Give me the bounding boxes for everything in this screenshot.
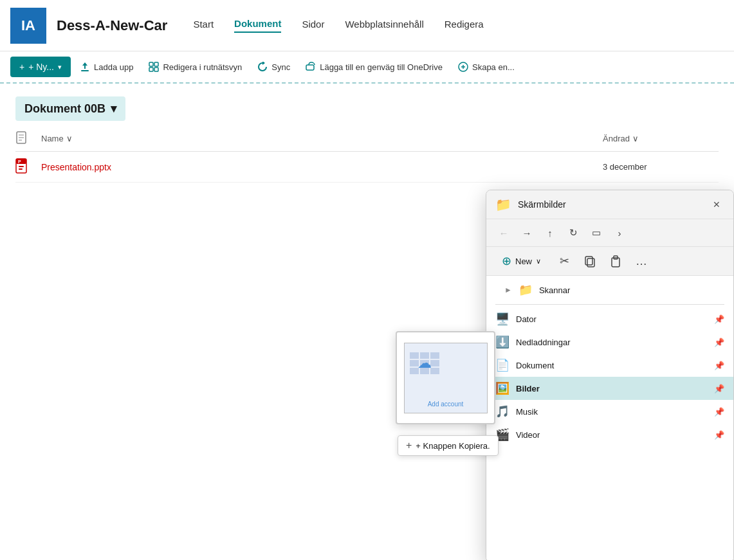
new-button[interactable]: + + Ny... ▾ <box>10 57 71 77</box>
create-button[interactable]: Skapa en... <box>452 58 521 76</box>
preview-inner: ☁ Add account <box>404 343 488 413</box>
new-plus: + <box>19 62 24 72</box>
explorer-folder-icon: 📁 <box>495 197 511 212</box>
download-icon: ⬇️ <box>495 335 509 349</box>
preview-add-account-text: Add account <box>428 401 464 408</box>
explorer-titlebar: 📁 Skärmbilder ✕ <box>486 190 733 219</box>
list-item[interactable]: ⬇️ Nedladdningar 📌 <box>486 330 733 354</box>
list-item[interactable]: 🎬 Videor 📌 <box>486 423 733 446</box>
svg-rect-2 <box>154 62 158 66</box>
table-row[interactable]: P Presentation.pptx 3 december <box>15 152 719 183</box>
create-icon <box>458 62 468 72</box>
pin-icon: 📌 <box>714 430 724 440</box>
top-nav: IA Dess-A-New-Car Start Dokument Sidor W… <box>0 0 734 51</box>
expand-icon: ► <box>504 285 512 294</box>
file-list: Name ∨ Ändrad ∨ P Presentation.pptx 3 de… <box>0 126 734 183</box>
copy-tooltip: + + Knappen Kopiera. <box>398 435 499 456</box>
cloud-icon: ☁ <box>417 355 432 372</box>
pin-icon: 📌 <box>714 407 724 417</box>
nav-more-button[interactable]: › <box>610 223 629 242</box>
nav-display-button[interactable]: ▭ <box>587 223 606 242</box>
name-sort-icon: ∨ <box>66 134 73 143</box>
explorer-more-button[interactable]: … <box>631 251 652 271</box>
date-column-header[interactable]: Ändrad ∨ <box>603 134 719 143</box>
edit-grid-button[interactable]: Redigera i rutnätsvyn <box>142 58 248 76</box>
nav-redigera[interactable]: Redigera <box>445 19 484 32</box>
images-icon: 🖼️ <box>495 381 509 395</box>
pin-icon: 📌 <box>714 314 724 324</box>
explorer-paste-button[interactable] <box>605 251 626 271</box>
list-item[interactable]: ► 📁 Skannar <box>486 278 733 302</box>
new-chevron-icon: ▾ <box>58 63 62 71</box>
document-icon: 📄 <box>495 358 509 372</box>
pptx-icon: P <box>15 158 30 174</box>
site-title: Dess-A-New-Car <box>57 17 167 34</box>
computer-icon: 🖥️ <box>495 312 509 326</box>
explorer-close-button[interactable]: ✕ <box>709 197 724 212</box>
logo: IA <box>10 8 46 44</box>
divider <box>495 304 724 305</box>
folder-icon: 📁 <box>518 283 533 297</box>
svg-rect-4 <box>154 68 158 71</box>
nav-start[interactable]: Start <box>193 19 214 32</box>
pin-icon: 📌 <box>714 338 724 347</box>
explorer-new-plus-icon: ⊕ <box>502 254 511 268</box>
name-column-header[interactable]: Name ∨ <box>41 134 603 143</box>
sync-button[interactable]: Sync <box>251 58 297 76</box>
explorer-nav: ← → ↑ ↻ ▭ › <box>486 219 733 247</box>
svg-rect-14 <box>585 257 592 265</box>
svg-rect-1 <box>149 62 153 66</box>
explorer-new-button[interactable]: ⊕ New ∨ <box>494 251 549 271</box>
date-sort-icon: ∨ <box>632 134 639 143</box>
pin-icon: 📌 <box>714 361 724 370</box>
copy-tooltip-plus: + <box>406 440 412 451</box>
breadcrumb-chevron-icon: ▾ <box>111 102 116 116</box>
svg-text:P: P <box>18 159 21 164</box>
grid-icon <box>149 62 159 72</box>
list-item[interactable]: 🖥️ Dator 📌 <box>486 307 733 330</box>
file-type-icon: P <box>15 158 41 176</box>
file-header-icon <box>15 131 27 144</box>
explorer-title: Skärmbilder <box>518 199 702 210</box>
list-item[interactable]: 🎵 Musik 📌 <box>486 400 733 423</box>
breadcrumb-area: Dokument 00B ▾ <box>0 84 734 126</box>
preview-thumbnail: ☁ Add account <box>396 331 495 424</box>
breadcrumb[interactable]: Dokument 00B ▾ <box>15 96 125 121</box>
onedrive-button[interactable]: Lägga till en genväg till OneDrive <box>299 58 449 76</box>
file-date: 3 december <box>603 162 719 172</box>
svg-rect-12 <box>19 168 23 170</box>
file-name[interactable]: Presentation.pptx <box>41 162 603 172</box>
explorer-new-chevron-icon: ∨ <box>536 257 541 266</box>
pin-icon: 📌 <box>714 384 724 393</box>
nav-refresh-button[interactable]: ↻ <box>564 223 583 242</box>
col-icon-header <box>15 131 41 146</box>
upload-icon <box>80 62 90 72</box>
music-icon: 🎵 <box>495 404 509 419</box>
nav-back-button[interactable]: ← <box>494 223 513 242</box>
svg-rect-13 <box>587 258 594 267</box>
svg-rect-0 <box>81 70 89 71</box>
explorer-cut-button[interactable]: ✂ <box>554 251 574 271</box>
onedrive-icon <box>306 62 316 72</box>
nav-up-button[interactable]: ↑ <box>540 223 560 242</box>
explorer-window: 📁 Skärmbilder ✕ ← → ↑ ↻ ▭ › ⊕ New ∨ ✂ … … <box>486 190 734 560</box>
copy-tooltip-text: + Knappen Kopiera. <box>416 441 490 451</box>
explorer-toolbar: ⊕ New ∨ ✂ … <box>486 247 733 276</box>
svg-rect-3 <box>149 68 153 71</box>
upload-button[interactable]: Ladda upp <box>73 58 140 76</box>
main-nav: Start Dokument Sidor Webbplatsinnehåll R… <box>193 18 483 33</box>
explorer-content: ► 📁 Skannar 🖥️ Dator 📌 ⬇️ Nedladdningar … <box>486 276 733 560</box>
list-item[interactable]: 📄 Dokument 📌 <box>486 354 733 377</box>
nav-dokument[interactable]: Dokument <box>234 18 281 33</box>
nav-sidor[interactable]: Sidor <box>302 19 324 32</box>
svg-rect-5 <box>306 65 314 70</box>
sync-icon <box>257 62 268 72</box>
nav-forward-button[interactable]: → <box>517 223 537 242</box>
svg-rect-11 <box>19 166 24 167</box>
nav-webbplatsinnehall[interactable]: Webbplatsinnehåll <box>345 19 423 32</box>
list-item[interactable]: 🖼️ Bilder 📌 <box>486 377 733 400</box>
explorer-copy-button[interactable] <box>580 251 600 271</box>
file-list-header: Name ∨ Ändrad ∨ <box>15 126 719 152</box>
toolbar: + + Ny... ▾ Ladda upp Redigera i rutnäts… <box>0 51 734 84</box>
